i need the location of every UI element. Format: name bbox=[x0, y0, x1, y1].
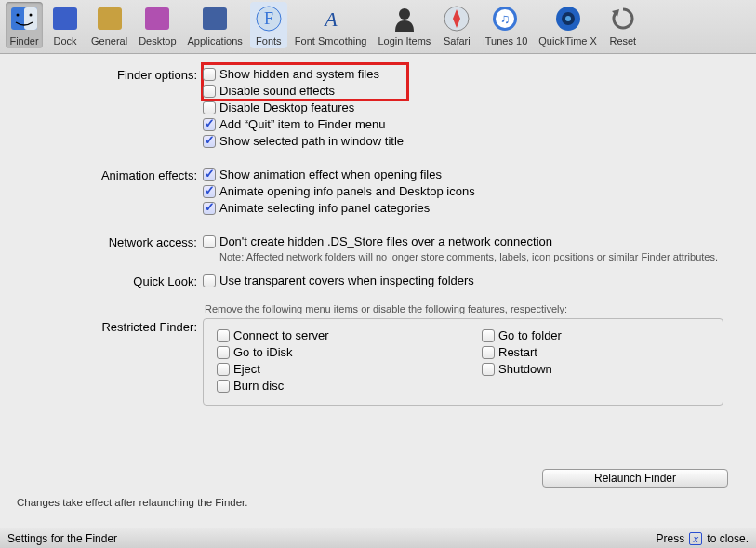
restr-right-checkbox-0[interactable] bbox=[482, 329, 495, 342]
anim-opt-checkbox-0[interactable] bbox=[203, 168, 216, 181]
row-quicklook: Quick Look: Use transparent covers when … bbox=[17, 274, 739, 290]
restr-right-line-0: Go to folder bbox=[482, 328, 710, 342]
toolbar-label: iTunes 10 bbox=[483, 35, 527, 47]
svg-point-3 bbox=[30, 14, 33, 17]
restr-left-checkbox-1[interactable] bbox=[217, 346, 230, 359]
restr-right-checkbox-1[interactable] bbox=[482, 346, 495, 359]
anim-opt-checkbox-1[interactable] bbox=[203, 185, 216, 198]
toolbar-applications[interactable]: Applications bbox=[184, 2, 246, 48]
toolbar-label: Fonts bbox=[256, 35, 282, 47]
restr-left-line-1: Go to iDisk bbox=[217, 345, 444, 359]
restr-right-line-2: Shutdown bbox=[482, 362, 710, 376]
toolbar-desktop[interactable]: Desktop bbox=[135, 2, 179, 48]
svg-rect-1 bbox=[24, 7, 37, 30]
desktop-icon bbox=[142, 4, 172, 33]
applications-icon bbox=[200, 4, 230, 33]
label-animation: Animation effects: bbox=[17, 167, 203, 182]
toolbar-label: QuickTime X bbox=[538, 35, 597, 47]
toolbar-label: Dock bbox=[53, 35, 76, 47]
restr-right-label-2: Shutdown bbox=[498, 362, 552, 376]
restr-left-label-1: Go to iDisk bbox=[233, 345, 293, 359]
dock-icon bbox=[50, 4, 80, 33]
svg-text:A: A bbox=[323, 7, 338, 31]
restricted-note: Remove the following menu items or disab… bbox=[205, 303, 739, 314]
general-icon bbox=[95, 4, 125, 33]
svg-text:F: F bbox=[264, 9, 273, 28]
toolbar-label: Login Items bbox=[378, 35, 431, 47]
restricted-box: Connect to serverGo to iDiskEjectBurn di… bbox=[203, 318, 723, 406]
restr-left-line-0: Connect to server bbox=[217, 328, 444, 342]
svg-point-19 bbox=[565, 16, 571, 21]
label-quicklook: Quick Look: bbox=[17, 274, 203, 288]
content-area: Finder options: Show hidden and system f… bbox=[0, 54, 756, 406]
row-network: Network access: Don't create hidden .DS_… bbox=[17, 234, 739, 262]
close-key[interactable]: x bbox=[689, 532, 702, 545]
restr-left-label-0: Connect to server bbox=[233, 328, 329, 342]
toolbar-label: Applications bbox=[188, 35, 243, 47]
toolbar-finder[interactable]: Finder bbox=[6, 2, 43, 48]
login-items-icon bbox=[390, 4, 419, 33]
reset-icon bbox=[608, 4, 638, 33]
toolbar-label: Desktop bbox=[139, 35, 176, 47]
svg-point-11 bbox=[399, 8, 410, 20]
net-opt-checkbox-0[interactable] bbox=[203, 235, 216, 248]
finder-opt-label-3: Add “Quit” item to Finder menu bbox=[219, 117, 385, 131]
restr-right-label-1: Restart bbox=[498, 345, 537, 359]
toolbar-itunes10[interactable]: ♫iTunes 10 bbox=[479, 2, 531, 48]
finder-opt-line-0: Show hidden and system files bbox=[203, 67, 739, 81]
finder-opt-checkbox-1[interactable] bbox=[203, 85, 216, 98]
finder-opt-checkbox-0[interactable] bbox=[203, 68, 216, 81]
finder-icon bbox=[9, 4, 39, 33]
toolbar-general[interactable]: General bbox=[87, 2, 131, 48]
toolbar-label: Finder bbox=[9, 35, 38, 47]
ql-opt-line-0: Use transparent covers when inspecting f… bbox=[203, 274, 739, 287]
restr-left-checkbox-2[interactable] bbox=[217, 363, 230, 376]
svg-rect-4 bbox=[53, 7, 77, 30]
quicktime-x-icon bbox=[553, 4, 583, 33]
status-bar: Settings for the Finder Press x to close… bbox=[0, 528, 756, 548]
ql-opt-label-0: Use transparent covers when inspecting f… bbox=[219, 274, 474, 287]
toolbar-quicktime-x[interactable]: QuickTime X bbox=[535, 2, 601, 48]
toolbar-safari[interactable]: Safari bbox=[438, 2, 475, 48]
svg-rect-7 bbox=[203, 7, 227, 30]
toolbar-reset[interactable]: Reset bbox=[604, 2, 642, 48]
net-opt-label-0: Don't create hidden .DS_Store files over… bbox=[219, 234, 552, 248]
toolbar-fonts[interactable]: FFonts bbox=[250, 2, 287, 48]
finder-opt-checkbox-2[interactable] bbox=[203, 101, 216, 114]
restr-left-label-3: Burn disc bbox=[233, 379, 284, 393]
restr-right-line-1: Restart bbox=[482, 345, 710, 359]
svg-rect-5 bbox=[98, 7, 122, 30]
toolbar-label: Safari bbox=[444, 35, 471, 47]
toolbar-login-items[interactable]: Login Items bbox=[374, 2, 434, 48]
ql-opt-checkbox-0[interactable] bbox=[203, 274, 216, 287]
svg-text:♫: ♫ bbox=[500, 11, 511, 26]
toolbar: FinderDockGeneralDesktopApplicationsFFon… bbox=[0, 0, 756, 54]
finder-opt-line-4: Show selected path in window title bbox=[203, 134, 739, 148]
restr-left-checkbox-3[interactable] bbox=[217, 380, 230, 393]
anim-opt-checkbox-2[interactable] bbox=[203, 202, 216, 215]
restr-left-checkbox-0[interactable] bbox=[217, 329, 230, 342]
anim-opt-label-1: Animate opening info panels and Desktop … bbox=[219, 184, 475, 198]
toolbar-dock[interactable]: Dock bbox=[46, 2, 84, 48]
fonts-icon: F bbox=[254, 4, 284, 33]
finder-opt-line-2: Disable Desktop features bbox=[203, 100, 739, 114]
toolbar-font-smoothing[interactable]: AFont Smoothing bbox=[291, 2, 371, 48]
relaunch-note: Changes take effect after relaunching th… bbox=[17, 497, 247, 508]
anim-opt-line-0: Show animation effect when opening files bbox=[203, 167, 739, 181]
row-restricted: Restricted Finder: Remove the following … bbox=[17, 303, 739, 406]
relaunch-button[interactable]: Relaunch Finder bbox=[542, 469, 728, 488]
font-smoothing-icon: A bbox=[316, 4, 346, 33]
row-finder-options: Finder options: Show hidden and system f… bbox=[17, 67, 739, 151]
finder-opt-checkbox-3[interactable] bbox=[203, 118, 216, 131]
toolbar-label: Reset bbox=[609, 35, 636, 47]
restr-right-label-0: Go to folder bbox=[498, 328, 562, 342]
finder-opt-checkbox-4[interactable] bbox=[203, 135, 216, 148]
finder-opt-line-3: Add “Quit” item to Finder menu bbox=[203, 117, 739, 131]
status-left: Settings for the Finder bbox=[7, 532, 117, 545]
anim-opt-line-2: Animate selecting info panel categories bbox=[203, 201, 739, 215]
finder-opt-label-2: Disable Desktop features bbox=[219, 100, 354, 114]
finder-opt-label-1: Disable sound effects bbox=[219, 84, 335, 98]
finder-opt-label-4: Show selected path in window title bbox=[219, 134, 404, 148]
restr-right-checkbox-2[interactable] bbox=[482, 363, 495, 376]
restr-left-line-3: Burn disc bbox=[217, 379, 444, 393]
